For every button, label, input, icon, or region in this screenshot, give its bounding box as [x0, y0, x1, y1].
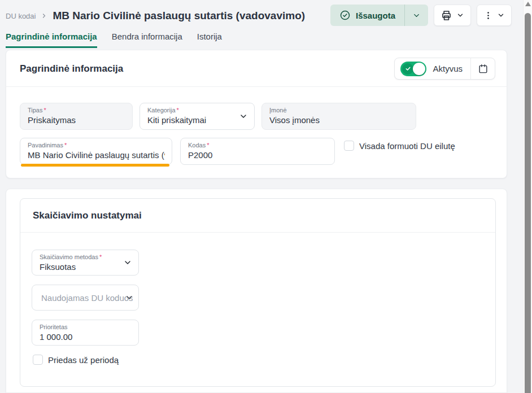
main-info-card: Pagrindinė informacija Aktyvus Tipas* Pr… — [6, 50, 507, 178]
checkbox[interactable] — [33, 355, 43, 365]
prioritetas-input[interactable]: Prioritetas 1 000.00 — [32, 320, 139, 346]
calculation-panel-header: Skaičiavimo nustatymai — [20, 199, 495, 233]
printer-icon — [441, 10, 452, 21]
calendar-button[interactable] — [471, 63, 495, 74]
chevron-down-icon — [125, 293, 134, 302]
required-mark: * — [177, 107, 179, 113]
field-value: Fiksuotas — [40, 262, 132, 272]
saved-dropdown-button[interactable] — [404, 5, 428, 26]
kebab-menu-icon — [483, 11, 493, 20]
field-value: Kiti priskaitymai — [147, 115, 247, 125]
chevron-down-icon — [123, 258, 132, 267]
active-toggle-label: Aktyvus — [433, 64, 463, 73]
panel-title: Skaičiavimo nustatymai — [33, 210, 142, 221]
kategorija-select[interactable]: Kategorija* Kiti priskaitymai — [139, 103, 255, 130]
checkbox-label: Visada formuoti DU eilutę — [359, 141, 455, 151]
required-mark: * — [99, 254, 102, 260]
saved-button-label: Išsaugota — [356, 11, 395, 20]
tab-bar: Pagrindinė informacija Bendra informacij… — [6, 32, 222, 48]
field-value: Visos įmonės — [269, 115, 409, 125]
print-button[interactable] — [434, 5, 471, 26]
calendar-icon — [478, 63, 489, 74]
page-title: MB Nario Civilinė paslaugų sutartis (vad… — [53, 10, 305, 22]
field-label: Kategorija — [147, 107, 176, 113]
field-label: Skaičiavimo metodas — [40, 254, 98, 260]
required-mark: * — [44, 107, 46, 113]
saved-split-button: Išsaugota — [330, 5, 428, 26]
checkbox-label: Priedas už periodą — [48, 355, 119, 365]
imone-field: Įmonė Visos įmonės — [261, 103, 416, 130]
visada-formuoti-checkbox-row[interactable]: Visada formuoti DU eilutę — [344, 141, 455, 151]
breadcrumb[interactable]: DU kodai — [6, 12, 36, 20]
tipas-field: Tipas* Priskaitymas — [20, 103, 133, 130]
field-value: MB Nario Civilinė paslaugų sutartis (vad… — [28, 150, 165, 160]
toggle-knob — [413, 63, 425, 75]
field-value: P2000 — [188, 150, 328, 160]
priedas-uz-perioda-checkbox-row[interactable]: Priedas už periodą — [33, 355, 119, 365]
pavadinimas-field-wrap: Pavadinimas* MB Nario Civilinė paslaugų … — [20, 138, 172, 165]
field-label: Įmonė — [269, 107, 409, 113]
active-toggle[interactable] — [400, 62, 426, 76]
field-value: Priskaitymas — [28, 115, 125, 125]
calculation-card: Skaičiavimo nustatymai Skaičiavimo metod… — [6, 189, 507, 393]
required-mark: * — [64, 142, 67, 149]
scrollbar-thumb[interactable] — [525, 13, 531, 393]
tab-istorija[interactable]: Istorija — [197, 32, 222, 48]
check-circle-icon — [339, 10, 351, 21]
more-actions-button[interactable] — [477, 5, 512, 26]
field-value: 1 000.00 — [40, 332, 132, 342]
du-kodai-select[interactable]: Naudojamas DU koduose — [32, 285, 139, 311]
field-label: Kodas — [188, 142, 206, 149]
chevron-right-icon — [41, 12, 47, 19]
card-title: Pagrindinė informacija — [20, 63, 123, 75]
vertical-scrollbar[interactable] — [523, 0, 532, 393]
field-label: Tipas — [28, 107, 43, 113]
chevron-down-icon — [497, 11, 505, 19]
field-placeholder: Naudojamas DU koduose — [41, 293, 133, 303]
tab-bendra-informacija[interactable]: Bendra informacija — [112, 32, 182, 48]
required-mark: * — [207, 142, 209, 149]
chevron-down-icon — [239, 112, 248, 121]
saved-button[interactable]: Išsaugota — [330, 5, 404, 26]
chevron-down-icon — [412, 11, 421, 20]
chevron-down-icon — [456, 11, 464, 19]
tab-pagrindine-informacija[interactable]: Pagrindinė informacija — [6, 32, 97, 48]
kodas-input[interactable]: Kodas* P2000 — [180, 138, 335, 165]
header-actions: Išsaugota — [330, 5, 512, 26]
calculation-panel: Skaičiavimo nustatymai Skaičiavimo metod… — [20, 198, 496, 387]
field-label: Prioritetas — [40, 324, 132, 330]
field-label: Pavadinimas — [28, 142, 63, 149]
active-toggle-group: Aktyvus — [394, 58, 495, 80]
main-info-card-header: Pagrindinė informacija Aktyvus — [6, 50, 507, 87]
pavadinimas-input[interactable]: Pavadinimas* MB Nario Civilinė paslaugų … — [20, 138, 172, 165]
modified-indicator-bar — [21, 164, 169, 167]
checkbox[interactable] — [344, 141, 354, 151]
skaiciavimo-metodas-select[interactable]: Skaičiavimo metodas* Fiksuotas — [32, 250, 139, 276]
scrollbar-up-arrow[interactable] — [525, 2, 531, 6]
check-icon — [402, 63, 413, 75]
